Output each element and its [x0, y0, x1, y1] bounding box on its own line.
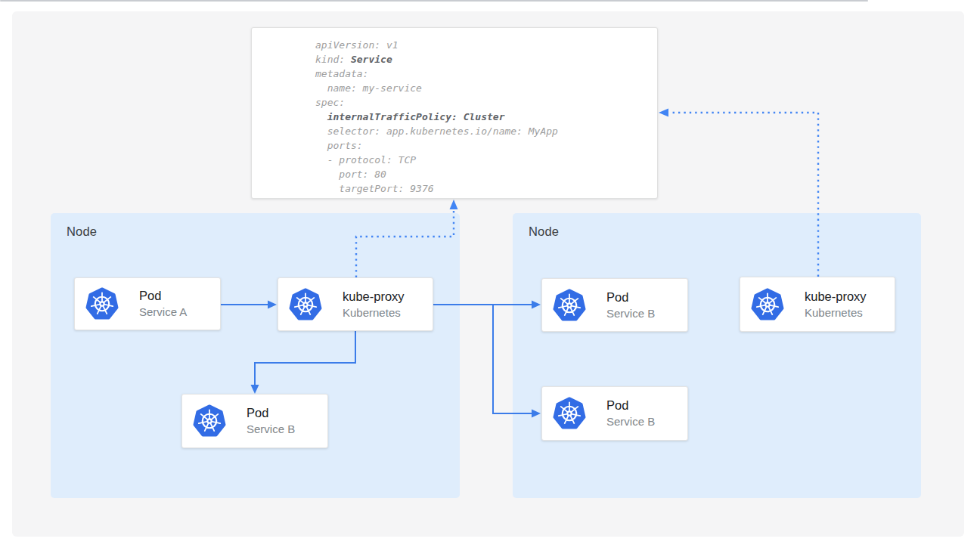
code-line — [315, 111, 327, 122]
code-line: targetPort: 9376 — [315, 183, 434, 194]
node-left: Node — [51, 213, 460, 498]
kubernetes-icon — [751, 288, 784, 321]
service-yaml-code: apiVersion: v1 kind: Service metadata: n… — [252, 28, 657, 196]
card-title: Pod — [606, 398, 655, 413]
kubernetes-icon — [193, 404, 226, 438]
code-line: - protocol: TCP — [315, 154, 416, 166]
code-line: name: my-service — [315, 82, 422, 94]
card-kube-proxy-left: kube-proxy Kubernetes — [278, 277, 433, 331]
card-title: kube-proxy — [805, 289, 867, 305]
node-left-label: Node — [67, 224, 97, 239]
card-subtitle: Service B — [247, 421, 295, 437]
card-pod-service-b-left: Pod Service B — [181, 394, 328, 448]
card-subtitle: Service B — [606, 413, 655, 429]
card-subtitle: Service A — [139, 304, 187, 320]
card-pod-service-a: Pod Service A — [74, 277, 221, 330]
card-title: Pod — [139, 288, 187, 304]
card-title: Pod — [247, 405, 295, 421]
code-line: port: 80 — [315, 169, 386, 180]
node-right-label: Node — [529, 224, 559, 239]
card-subtitle: Kubernetes — [343, 305, 405, 320]
node-right: Node — [513, 213, 921, 498]
card-title: Pod — [606, 289, 655, 305]
kubernetes-icon — [85, 287, 119, 320]
card-subtitle: Service B — [606, 305, 655, 321]
code-line: ports: — [315, 140, 363, 151]
kubernetes-icon — [553, 289, 586, 322]
card-subtitle: Kubernetes — [805, 305, 867, 320]
kubernetes-icon — [289, 288, 322, 321]
card-pod-service-b-right-top: Pod Service B — [541, 278, 688, 332]
code-line: apiVersion: v1 — [315, 39, 399, 51]
kubernetes-internal-traffic-policy-diagram: Node Node apiVersion: v1 kind: Service m… — [0, 0, 980, 551]
code-line-bold: internalTrafficPolicy: Cluster — [327, 111, 505, 122]
service-yaml-panel: apiVersion: v1 kind: Service metadata: n… — [251, 27, 658, 199]
kubernetes-icon — [553, 397, 586, 430]
code-line: selector: app.kubernetes.io/name: MyApp — [315, 125, 558, 137]
card-kube-proxy-right: kube-proxy Kubernetes — [740, 277, 895, 332]
code-line: spec: — [315, 97, 345, 108]
top-divider — [0, 0, 868, 2]
code-line: kind: — [315, 54, 351, 65]
code-line: metadata: — [315, 68, 368, 79]
card-title: kube-proxy — [343, 289, 405, 305]
card-pod-service-b-right-bottom: Pod Service B — [541, 386, 688, 441]
code-line-bold: Service — [351, 54, 392, 65]
